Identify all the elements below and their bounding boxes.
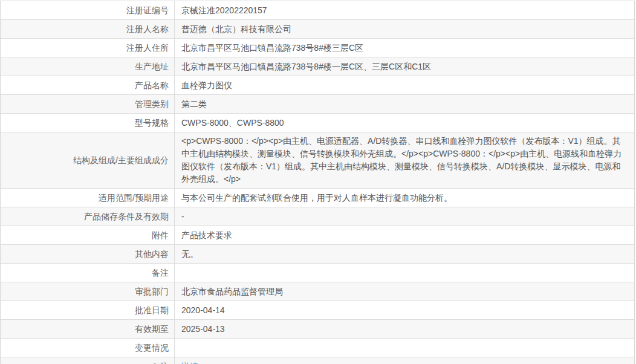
- row-label-text: 注册人住所: [126, 42, 169, 54]
- row-value-text: 2025-04-13: [181, 323, 225, 336]
- row-label-cell: 审批部门: [1, 282, 174, 301]
- row-label-cell: 注册人名称: [1, 20, 174, 38]
- table-row: 附件 产品技术要求: [1, 226, 634, 244]
- table-row: 结构及组成/主要组成成分 <p>CWPS-8000：</p><p>由主机、电源适…: [1, 132, 634, 188]
- row-value-text: 北京市食品药品监督管理局: [181, 285, 283, 298]
- row-label-cell: 结构及组成/主要组成成分: [1, 132, 174, 188]
- row-label-cell: 变更情况: [1, 339, 174, 357]
- row-value-cell: 北京市昌平区马池口镇昌流路738号8#楼一层C区、三层C区和C1区: [174, 57, 634, 76]
- row-value-cell: [174, 339, 634, 357]
- row-value-cell: 北京市食品药品监督管理局: [174, 282, 634, 301]
- table-row: 注册人名称 普迈德（北京）科技有限公司: [1, 19, 634, 38]
- row-value-text: 无。: [181, 248, 198, 261]
- table-row: 审批部门 北京市食品药品监督管理局: [1, 282, 634, 301]
- table-row: 有效期至 2025-04-13: [1, 319, 634, 338]
- table-row: 适用范围/预期用途 与本公司生产的配套试剂联合使用，用于对人血样本进行凝血功能分…: [1, 188, 634, 207]
- row-label-text: 结构及组成/主要组成成分: [73, 154, 169, 167]
- row-label-text: 注册人名称: [126, 23, 169, 36]
- row-label-cell: 管理类别: [1, 95, 174, 113]
- row-value-text: 产品技术要求: [181, 229, 232, 242]
- row-label-text: 管理类别: [135, 98, 169, 111]
- row-label-cell: 附件: [1, 226, 174, 244]
- table-row: 其他内容 无。: [1, 244, 634, 263]
- table-row: 产品储存条件及有效期 -: [1, 207, 634, 226]
- registration-info-table: 注册证编号 京械注准20202220157 注册人名称 普迈德（北京）科技有限公…: [0, 1, 635, 364]
- row-value-cell: CWPS-8000、CWPS-8800: [174, 114, 634, 132]
- table-row: 注册人住所 北京市昌平区马池口镇昌流路738号8#楼三层C区: [1, 38, 634, 57]
- row-value-text: 第二类: [181, 98, 207, 111]
- row-value-text: 2020-04-14: [181, 304, 225, 317]
- row-value-text: CWPS-8000、CWPS-8800: [181, 117, 284, 129]
- row-value-cell: 详情: [174, 357, 634, 364]
- row-label-cell: 产品名称: [1, 76, 174, 94]
- detail-link[interactable]: 详情: [181, 360, 198, 364]
- row-label-cell: 注: [1, 357, 174, 364]
- row-value-text: 北京市昌平区马池口镇昌流路738号8#楼三层C区: [181, 42, 363, 54]
- table-row: 生产地址 北京市昌平区马池口镇昌流路738号8#楼一层C区、三层C区和C1区: [1, 57, 634, 76]
- row-label-text: 备注: [152, 267, 169, 279]
- row-value-cell: -: [174, 207, 634, 226]
- row-label-cell: 适用范围/预期用途: [1, 189, 174, 207]
- row-value-cell: 2025-04-13: [174, 320, 634, 338]
- row-label-cell: 有效期至: [1, 320, 174, 338]
- row-value-text: -: [181, 210, 184, 223]
- row-label-text: 产品名称: [135, 79, 169, 92]
- row-label-text: 注: [160, 360, 169, 364]
- row-label-text: 产品储存条件及有效期: [84, 210, 169, 223]
- row-label-cell: 其他内容: [1, 245, 174, 263]
- row-value-cell: 北京市昌平区马池口镇昌流路738号8#楼三层C区: [174, 39, 634, 57]
- table-row: 批准日期 2020-04-14: [1, 301, 634, 319]
- row-value-cell: 产品技术要求: [174, 226, 634, 244]
- row-label-text: 变更情况: [135, 342, 169, 354]
- table-row: 产品名称 血栓弹力图仪: [1, 76, 634, 94]
- row-label-cell: 型号规格: [1, 114, 174, 132]
- row-label-text: 其他内容: [135, 248, 169, 261]
- row-label-text: 生产地址: [135, 60, 169, 73]
- table-row: 管理类别 第二类: [1, 94, 634, 113]
- row-value-cell: 无。: [174, 245, 634, 263]
- row-label-cell: 生产地址: [1, 57, 174, 76]
- row-label-text: 型号规格: [135, 117, 169, 129]
- row-label-cell: 产品储存条件及有效期: [1, 207, 174, 226]
- row-value-text: <p>CWPS-8000：</p><p>由主机、电源适配器、A/D转换器、串口线…: [181, 135, 627, 186]
- row-value-cell: 血栓弹力图仪: [174, 76, 634, 94]
- row-value-cell: 2020-04-14: [174, 301, 634, 319]
- row-value-cell: <p>CWPS-8000：</p><p>由主机、电源适配器、A/D转换器、串口线…: [174, 132, 634, 188]
- row-label-text: 注册证编号: [126, 4, 169, 17]
- row-label-cell: 注册人住所: [1, 39, 174, 57]
- row-label-cell: 备注: [1, 264, 174, 282]
- row-label-cell: 注册证编号: [1, 1, 174, 19]
- table-row: 注册证编号 京械注准20202220157: [1, 1, 634, 19]
- row-label-text: 有效期至: [135, 323, 169, 336]
- row-value-cell: 普迈德（北京）科技有限公司: [174, 20, 634, 38]
- row-value-text: 血栓弹力图仪: [181, 79, 232, 92]
- table-row: 型号规格 CWPS-8000、CWPS-8800: [1, 113, 634, 132]
- row-value-text: 普迈德（北京）科技有限公司: [181, 23, 291, 36]
- table-row: 变更情况: [1, 338, 634, 357]
- row-value-text: 北京市昌平区马池口镇昌流路738号8#楼一层C区、三层C区和C1区: [181, 60, 431, 73]
- row-value-text: 与本公司生产的配套试剂联合使用，用于对人血样本进行凝血功能分析。: [181, 192, 452, 204]
- row-label-text: 审批部门: [135, 285, 169, 298]
- row-label-cell: 批准日期: [1, 301, 174, 319]
- row-value-cell: 与本公司生产的配套试剂联合使用，用于对人血样本进行凝血功能分析。: [174, 189, 634, 207]
- row-value-cell: [174, 264, 634, 282]
- table-row: 注 详情: [1, 357, 634, 364]
- row-value-cell: 京械注准20202220157: [174, 1, 634, 19]
- row-label-text: 适用范围/预期用途: [99, 192, 169, 204]
- row-value-text: 京械注准20202220157: [181, 4, 267, 17]
- row-value-cell: 第二类: [174, 95, 634, 113]
- row-label-text: 附件: [152, 229, 169, 242]
- table-row: 备注: [1, 263, 634, 282]
- row-label-text: 批准日期: [135, 304, 169, 317]
